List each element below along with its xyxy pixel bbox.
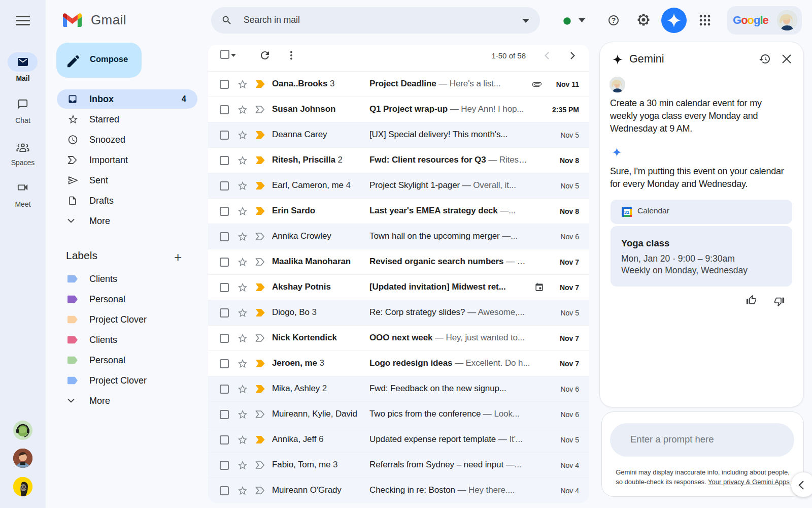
svg-text:?: ? bbox=[612, 16, 616, 24]
svg-text:31: 31 bbox=[624, 209, 630, 215]
